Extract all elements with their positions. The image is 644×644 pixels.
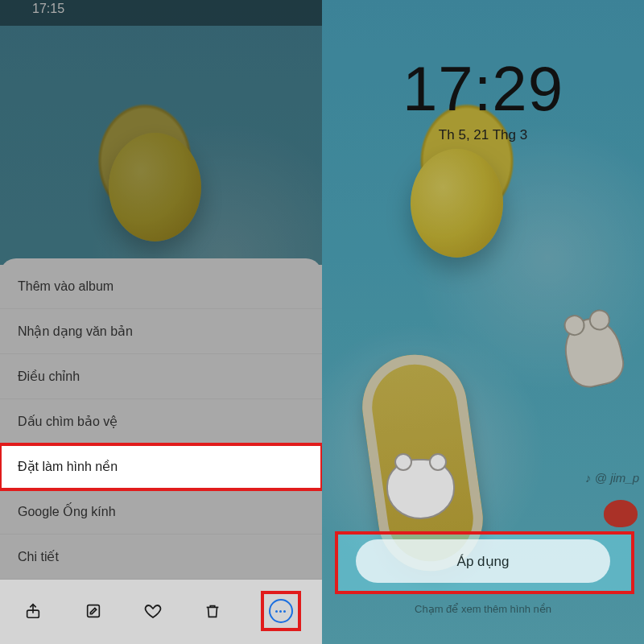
left-screenshot: 17:15 Thêm vào album Nhận dạng văn bản Đ… xyxy=(0,0,322,644)
share-icon[interactable] xyxy=(23,601,43,621)
action-sheet: Thêm vào album Nhận dạng văn bản Điều ch… xyxy=(0,258,322,644)
floating-character-3 xyxy=(604,500,638,527)
menu-add-to-album[interactable]: Thêm vào album xyxy=(0,265,322,309)
right-screenshot: 17:29 Th 5, 21 Thg 3 ♪ @ jim_p Áp dụng C… xyxy=(322,0,644,644)
menu-adjust[interactable]: Điều chỉnh xyxy=(0,354,322,399)
trash-icon[interactable] xyxy=(202,601,223,621)
lock-date: Th 5, 21 Thg 3 xyxy=(322,127,644,143)
menu-google-lens[interactable]: Google Ống kính xyxy=(0,489,322,535)
apply-button[interactable]: Áp dụng xyxy=(356,539,610,583)
bottom-toolbar xyxy=(0,580,322,644)
svg-rect-1 xyxy=(87,605,99,617)
yellow-ball xyxy=(411,149,503,258)
tiktok-watermark: ♪ @ jim_p xyxy=(585,471,639,485)
menu-text-recognition[interactable]: Nhận dạng văn bản xyxy=(0,309,322,354)
apply-label: Áp dụng xyxy=(457,553,510,570)
menu-details[interactable]: Chi tiết xyxy=(0,535,322,580)
heart-icon[interactable] xyxy=(142,601,163,621)
more-icon[interactable] xyxy=(269,599,293,623)
more-button-highlight xyxy=(262,592,299,630)
status-time: 17:15 xyxy=(32,2,64,15)
yellow-ball xyxy=(109,133,201,242)
status-bar: 17:15 xyxy=(0,0,322,26)
edit-icon[interactable] xyxy=(83,601,104,621)
floating-character-2 xyxy=(386,459,455,519)
lock-screen-clock: 17:29 Th 5, 21 Thg 3 xyxy=(322,52,644,143)
menu-set-wallpaper[interactable]: Đặt làm hình nền xyxy=(0,444,322,489)
menu-watermark[interactable]: Dấu chìm bảo vệ xyxy=(0,399,322,444)
lock-time: 17:29 xyxy=(322,52,644,126)
wallpaper-hint[interactable]: Chạm để xem thêm hình nền xyxy=(322,603,644,615)
